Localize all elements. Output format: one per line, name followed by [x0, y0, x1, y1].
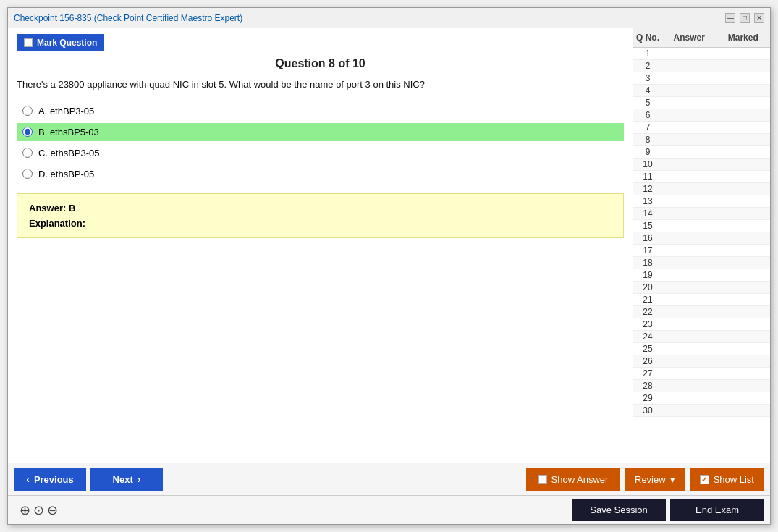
- options-list: A. ethBP3-05 B. ethsBP5-03 C. ethsBP3-05…: [17, 102, 624, 183]
- sidebar-row-answer: [662, 85, 716, 96]
- show-answer-icon: [538, 475, 547, 484]
- sidebar: Q No. Answer Marked 12345678910111213141…: [633, 28, 770, 463]
- sidebar-row-num: 20: [633, 282, 662, 293]
- sidebar-header: Q No. Answer Marked: [633, 28, 770, 48]
- sidebar-row-answer: [662, 60, 716, 72]
- sidebar-row[interactable]: 8: [633, 134, 770, 146]
- sidebar-row-num: 22: [633, 306, 662, 318]
- next-label: Next: [113, 474, 133, 485]
- sidebar-row[interactable]: 16: [633, 232, 770, 245]
- sidebar-row-answer: [662, 245, 716, 256]
- previous-button[interactable]: ‹ Previous: [14, 468, 86, 491]
- zoom-fit-button[interactable]: ⊙: [33, 502, 44, 518]
- next-button[interactable]: Next ›: [90, 468, 163, 491]
- sidebar-row-marked: [716, 392, 771, 404]
- sidebar-row-marked: [716, 368, 771, 379]
- title-bar: Checkpoint 156-835 (Check Point Certifie…: [8, 8, 770, 28]
- save-session-label: Save Session: [590, 504, 648, 515]
- sidebar-row[interactable]: 7: [633, 122, 770, 134]
- show-list-label: Show List: [714, 474, 754, 485]
- option-b[interactable]: B. ethsBP5-03: [17, 123, 624, 141]
- zoom-controls: ⊕ ⊙ ⊖: [14, 499, 64, 521]
- sidebar-row[interactable]: 19: [633, 269, 770, 282]
- sidebar-row[interactable]: 22: [633, 306, 770, 318]
- sidebar-row[interactable]: 6: [633, 109, 770, 122]
- review-label: Review: [635, 474, 666, 485]
- show-answer-button[interactable]: Show Answer: [526, 468, 620, 491]
- sidebar-row-marked: [716, 282, 771, 293]
- sidebar-row-marked: [716, 355, 771, 367]
- sidebar-row[interactable]: 28: [633, 380, 770, 392]
- mark-question-button[interactable]: Mark Question: [17, 34, 104, 51]
- maximize-button[interactable]: □: [740, 13, 750, 23]
- save-session-button[interactable]: Save Session: [572, 499, 666, 521]
- sidebar-row-marked: [716, 220, 771, 232]
- zoom-in-button[interactable]: ⊕: [20, 502, 30, 518]
- sidebar-row[interactable]: 24: [633, 331, 770, 343]
- sidebar-row-num: 6: [633, 109, 662, 121]
- show-answer-label: Show Answer: [551, 474, 609, 485]
- title-plain: Checkpoint 156-835 (: [14, 13, 97, 23]
- zoom-out-button[interactable]: ⊖: [47, 502, 58, 518]
- sidebar-row[interactable]: 17: [633, 245, 770, 257]
- sidebar-row-answer: [662, 146, 716, 158]
- sidebar-row[interactable]: 20: [633, 282, 770, 294]
- sidebar-row[interactable]: 12: [633, 183, 770, 195]
- sidebar-row-answer: [662, 368, 716, 379]
- option-a[interactable]: A. ethBP3-05: [17, 102, 624, 120]
- sidebar-row[interactable]: 3: [633, 72, 770, 85]
- sidebar-row-num: 15: [633, 220, 662, 232]
- sidebar-row-answer: [662, 232, 716, 244]
- radio-b[interactable]: [22, 127, 33, 137]
- sidebar-row[interactable]: 11: [633, 171, 770, 183]
- option-d[interactable]: D. ethsBP-05: [17, 165, 624, 183]
- sidebar-row[interactable]: 23: [633, 318, 770, 331]
- sidebar-row[interactable]: 15: [633, 220, 770, 232]
- sidebar-row[interactable]: 14: [633, 208, 770, 220]
- toolbar: Mark Question: [17, 34, 624, 51]
- sidebar-row[interactable]: 13: [633, 195, 770, 208]
- sidebar-row-answer: [662, 355, 716, 367]
- sidebar-row-marked: [716, 146, 771, 158]
- sidebar-row-marked: [716, 294, 771, 305]
- radio-d[interactable]: [22, 169, 33, 179]
- show-list-button[interactable]: ✓ Show List: [690, 468, 764, 491]
- sidebar-row-num: 19: [633, 269, 662, 281]
- option-c[interactable]: C. ethsBP3-05: [17, 144, 624, 162]
- sidebar-row[interactable]: 21: [633, 294, 770, 306]
- end-exam-button[interactable]: End Exam: [670, 499, 764, 521]
- sidebar-row-num: 23: [633, 318, 662, 330]
- sidebar-row[interactable]: 1: [633, 48, 770, 60]
- sidebar-list[interactable]: 1234567891011121314151617181920212223242…: [633, 48, 770, 463]
- sidebar-row[interactable]: 26: [633, 355, 770, 368]
- sidebar-row[interactable]: 4: [633, 85, 770, 97]
- sidebar-row[interactable]: 30: [633, 405, 770, 417]
- sidebar-col-qno: Q No.: [633, 31, 662, 44]
- radio-c[interactable]: [22, 148, 33, 158]
- sidebar-row-answer: [662, 331, 716, 342]
- sidebar-row[interactable]: 18: [633, 257, 770, 269]
- option-d-label: D. ethsBP-05: [38, 169, 94, 180]
- minimize-button[interactable]: —: [725, 13, 735, 23]
- sidebar-row-marked: [716, 208, 771, 219]
- sidebar-row-marked: [716, 195, 771, 207]
- sidebar-row[interactable]: 25: [633, 343, 770, 355]
- sidebar-row-answer: [662, 269, 716, 281]
- radio-a[interactable]: [22, 106, 33, 116]
- sidebar-row-answer: [662, 282, 716, 293]
- sidebar-row-answer: [662, 405, 716, 416]
- sidebar-row[interactable]: 9: [633, 146, 770, 159]
- previous-label: Previous: [34, 474, 74, 485]
- sidebar-row[interactable]: 5: [633, 97, 770, 109]
- review-button[interactable]: Review ▾: [625, 468, 685, 491]
- sidebar-row-num: 7: [633, 122, 662, 133]
- answer-box: Answer: B Explanation:: [17, 193, 624, 238]
- end-exam-label: End Exam: [695, 504, 739, 515]
- sidebar-row[interactable]: 27: [633, 368, 770, 380]
- sidebar-row-num: 16: [633, 232, 662, 244]
- close-button[interactable]: ✕: [754, 13, 764, 23]
- sidebar-row[interactable]: 29: [633, 392, 770, 405]
- sidebar-row[interactable]: 2: [633, 60, 770, 72]
- sidebar-row-num: 14: [633, 208, 662, 219]
- sidebar-row[interactable]: 10: [633, 159, 770, 171]
